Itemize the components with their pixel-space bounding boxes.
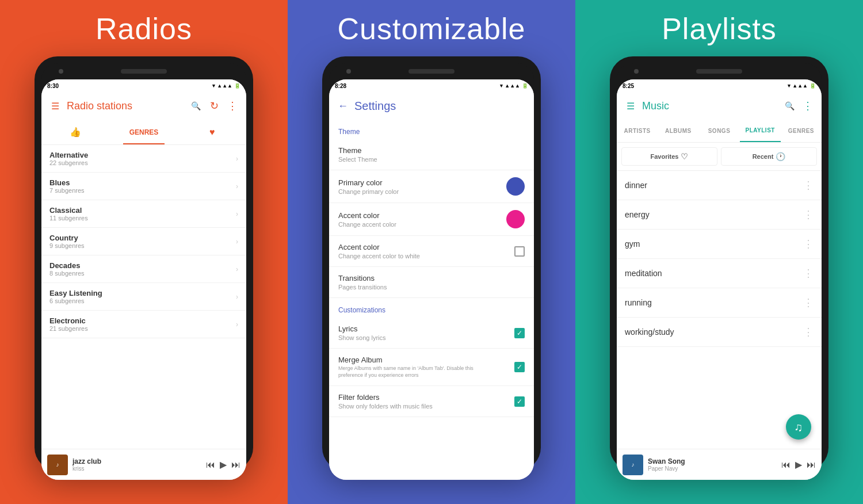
accent-color-sublabel: Change accent color [338,221,396,228]
status-icons: ▾ ▲▲▲ 🔋 [788,83,816,89]
wifi-icon: ▾ [788,83,791,89]
playlists-phone: 8:25 ▾ ▲▲▲ 🔋 Music [610,56,828,471]
phone-notch-area [41,63,246,79]
menu-button[interactable] [624,99,637,113]
genre-item[interactable]: Electronic21 subgenres › [41,311,246,338]
camera [59,69,63,74]
playlist-item[interactable]: dinner ⋮ [617,171,822,200]
more-icon[interactable]: ⋮ [803,326,814,338]
more-icon[interactable]: ⋮ [803,238,814,250]
genre-sub: 11 subgenres [49,215,88,222]
status-time: 8:30 [47,83,59,89]
phone-notch [408,69,455,74]
tab-artists[interactable]: ARTISTS [617,120,658,142]
filter-folders-item[interactable]: Filter folders Show only folders with mu… [329,386,534,417]
tab-favorites[interactable] [178,120,246,144]
tab-albums[interactable]: ALBUMS [658,120,698,142]
camera [634,69,639,74]
play-button[interactable]: ▶ [220,459,227,470]
more-icon [227,100,238,112]
lyrics-item[interactable]: Lyrics Show song lyrics ✓ [329,318,534,349]
more-icon[interactable]: ⋮ [803,179,814,192]
more-button[interactable] [801,99,815,113]
phone-notch [696,69,742,74]
theme-item[interactable]: Theme Select Theme [329,139,534,170]
playlist-item[interactable]: energy ⋮ [617,200,822,230]
merge-checkbox[interactable]: ✓ [514,362,525,372]
genre-item[interactable]: Country9 subgenres › [41,228,246,255]
lyrics-sublabel: Show song lyrics [338,334,386,341]
genre-item[interactable]: Easy Listening6 subgenres › [41,283,246,311]
hamburger-icon [627,101,635,112]
transitions-item[interactable]: Transitions Pages transitions [329,267,534,298]
genre-item[interactable]: Blues7 subgenres › [41,173,246,200]
next-button[interactable]: ⏭ [807,460,816,470]
refresh-button[interactable] [207,99,221,113]
genre-sub: 22 subgenres [49,159,88,166]
menu-icon[interactable] [48,99,62,113]
more-icon[interactable]: ⋮ [803,296,814,309]
phone-notch-area [329,63,534,79]
battery-icon: 🔋 [234,83,240,89]
track-artist: Paper Navy [648,465,777,472]
playlist-name: working/study [625,327,674,337]
more-button[interactable] [226,99,239,113]
accent-white-item[interactable]: Accent color Change accent color to whit… [329,236,534,267]
player-controls: ⏮ ▶ ⏭ [781,459,816,470]
fab-button[interactable]: ♫ [786,414,811,440]
genre-item[interactable]: Decades8 subgenres › [41,255,246,283]
accent-white-checkbox[interactable] [514,246,525,257]
now-playing-bar: ♪ jazz club kriss ⏮ ▶ ⏭ [41,449,246,480]
chevron-icon: › [236,155,238,163]
accent-color-item[interactable]: Accent color Change accent color [329,203,534,236]
back-button[interactable] [336,99,350,113]
play-button[interactable]: ▶ [795,459,802,470]
playlist-item[interactable]: working/study ⋮ [617,318,822,347]
playlist-item[interactable]: running ⋮ [617,288,822,318]
refresh-icon [210,100,219,112]
primary-color-swatch[interactable] [506,177,525,196]
tab-genres[interactable]: GENRES [110,120,178,144]
merge-album-item[interactable]: Merge Album Merge Albums with same name … [329,349,534,386]
accent-color-label: Accent color [338,211,396,220]
playlist-name: running [625,298,652,307]
lyrics-checkbox[interactable]: ✓ [514,328,525,338]
playlist-name: meditation [625,269,662,278]
tab-music-genres[interactable]: GENRES [781,120,822,142]
camera [346,69,351,74]
chevron-icon: › [236,210,238,218]
genre-name: Blues [49,178,85,187]
primary-color-item[interactable]: Primary color Change primary color [329,170,534,203]
prev-button[interactable]: ⏮ [781,460,791,470]
recent-filter[interactable]: Recent 🕐 [721,147,817,166]
more-icon[interactable]: ⋮ [803,267,814,280]
genre-sub: 9 subgenres [49,242,85,249]
track-name: jazz club [72,457,201,465]
genre-item[interactable]: Alternative22 subgenres › [41,145,246,173]
more-icon[interactable]: ⋮ [803,208,814,221]
heart-icon [209,127,215,138]
tab-songs[interactable]: SONGS [698,120,739,142]
filter-checkbox[interactable]: ✓ [514,396,525,407]
accent-white-sublabel: Change accent color to white [338,253,420,259]
search-button[interactable] [782,99,796,113]
filter-label: Filter folders [338,393,433,402]
playlist-name: energy [625,210,650,219]
accent-color-swatch[interactable] [506,210,525,228]
status-bar: 8:28 ▾ ▲▲▲ 🔋 [329,79,534,92]
theme-section-header: Theme [329,120,534,139]
genre-item[interactable]: Classical11 subgenres › [41,200,246,228]
tab-playlist[interactable]: PLAYLIST [740,120,781,142]
search-button[interactable] [189,99,203,113]
playlist-item[interactable]: meditation ⋮ [617,259,822,288]
phone-notch-area [617,63,822,79]
tab-thumbs[interactable] [41,120,110,144]
prev-button[interactable]: ⏮ [206,460,215,470]
radios-title: Radios [96,12,192,46]
signal-icon: ▲▲▲ [217,83,232,89]
track-info: jazz club kriss [72,457,201,472]
radio-app-title: Radio stations [67,100,184,112]
next-button[interactable]: ⏭ [231,460,240,470]
favorites-filter[interactable]: Favorites ♡ [621,147,717,166]
playlist-item[interactable]: gym ⋮ [617,230,822,259]
